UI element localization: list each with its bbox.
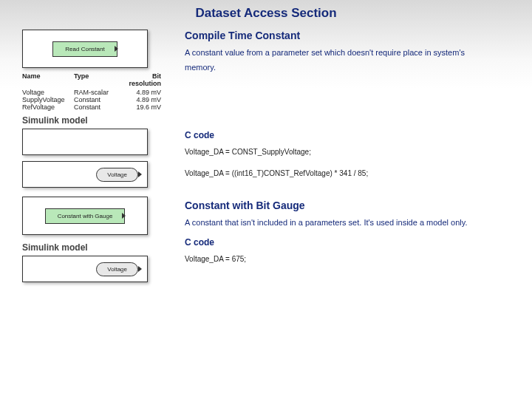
section2-left: Constant with Gauge Simulink model Volta… — [22, 197, 170, 282]
td-bitres: 4.89 mV — [120, 89, 171, 96]
td-type: Constant — [74, 96, 120, 103]
td-name: RefVoltage — [22, 103, 74, 111]
simulink-examples: Voltage — [22, 129, 170, 188]
table-row: Voltage RAM-scalar 4.89 mV — [22, 89, 177, 96]
th-type: Type — [74, 72, 120, 87]
ccode-label: C code — [185, 130, 495, 140]
td-bitres: 4.89 mV — [120, 96, 171, 103]
simulink-frame-empty — [22, 129, 148, 155]
section-desc-compile-time: A constant value from a parameter set wh… — [185, 46, 495, 75]
td-name: Voltage — [22, 89, 74, 96]
params-table: Name Type Bit resolution Voltage RAM-sca… — [22, 72, 177, 111]
voltage-block: Voltage — [96, 262, 138, 276]
th-bitres: Bit resolution — [120, 72, 171, 87]
table-row: RefVoltage Constant 19.6 mV — [22, 103, 177, 111]
section-title-bitgauge: Constant with Bit Gauge — [185, 200, 495, 211]
simulink-frame-voltage-2: Voltage — [22, 256, 148, 282]
block-label: Constant with Gauge — [58, 213, 113, 219]
block-label: Read Constant — [65, 46, 104, 52]
output-port-icon — [115, 46, 118, 52]
simulink-block-read-constant: Read Constant — [22, 30, 148, 68]
simulink-model-label: Simulink model — [22, 242, 170, 253]
code-line: Voltage_DA = ((int16_T)CONST_RefVoltage)… — [185, 169, 495, 177]
simulink-model-label: Simulink model — [22, 115, 170, 126]
output-port-icon — [138, 266, 142, 272]
simulink-frame-voltage: Voltage — [22, 161, 148, 188]
output-port-icon — [138, 171, 142, 177]
table-row: SupplyVoltage Constant 4.89 mV — [22, 96, 177, 103]
code-line: Voltage_DA = CONST_SupplyVoltage; — [185, 148, 495, 156]
block-inner-constant-gauge: Constant with Gauge — [45, 208, 126, 224]
td-type: Constant — [74, 103, 120, 111]
th-name: Name — [22, 72, 74, 87]
td-name: SupplyVoltage — [22, 96, 74, 103]
ccode-label: C code — [185, 237, 495, 248]
left-column: Read Constant Name Type Bit resolution V… — [22, 30, 170, 282]
block-inner-read-constant: Read Constant — [52, 41, 117, 57]
td-bitres: 19.6 mV — [120, 103, 171, 111]
section-desc-bitgauge: A constant that isn't included in a para… — [185, 216, 495, 231]
code-line: Voltage_DA = 675; — [185, 255, 495, 263]
voltage-block: Voltage — [96, 168, 138, 182]
page-title: Dataset Access Section — [0, 0, 532, 21]
right-column: Compile Time Constant A constant value f… — [185, 30, 517, 282]
content-grid: Read Constant Name Type Bit resolution V… — [0, 21, 532, 282]
td-type: RAM-scalar — [74, 89, 120, 96]
output-port-icon — [122, 213, 126, 219]
section-title-compile-time: Compile Time Constant — [185, 30, 495, 41]
table-header: Name Type Bit resolution — [22, 72, 177, 89]
voltage-block-label: Voltage — [107, 266, 127, 273]
simulink-block-constant-gauge: Constant with Gauge — [22, 197, 148, 235]
voltage-block-label: Voltage — [107, 171, 127, 178]
